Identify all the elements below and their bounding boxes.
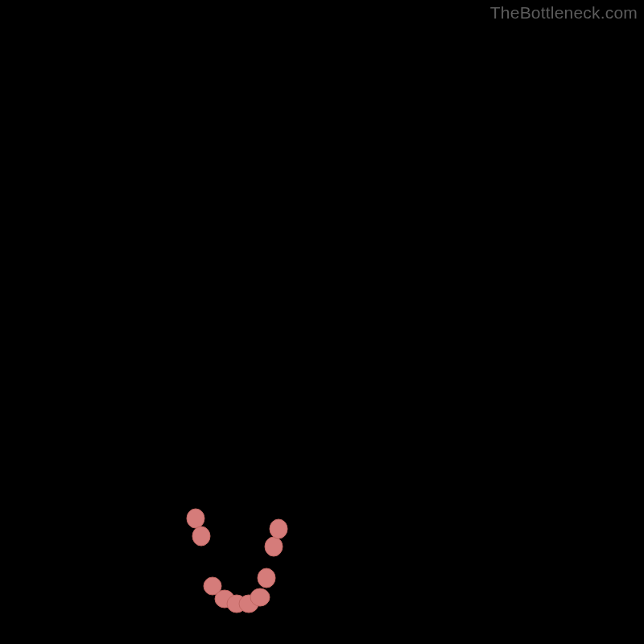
- marker-dot: [270, 519, 287, 539]
- chart-plot-area: [24, 24, 620, 620]
- marker-dot: [250, 588, 270, 606]
- curve-right: [248, 185, 620, 612]
- marker-dot: [187, 509, 204, 528]
- chart-svg: [24, 24, 620, 620]
- marker-dot: [265, 537, 283, 556]
- curve-left: [56, 24, 248, 612]
- marker-dot: [258, 568, 275, 588]
- marker-dot: [192, 526, 210, 546]
- watermark-text: TheBottleneck.com: [490, 3, 638, 23]
